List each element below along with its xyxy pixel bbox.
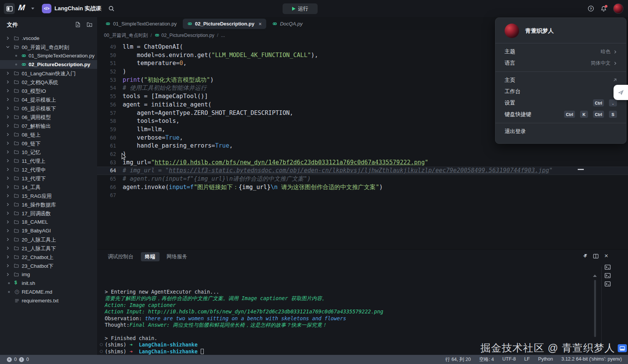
tree-item[interactable]: 07_解析输出 [0, 121, 97, 130]
problems-status[interactable]: × 0 ! 0 [0, 357, 29, 362]
breadcrumb-item[interactable]: 02_PictureDescription.py [155, 33, 214, 38]
folder-icon [14, 97, 19, 102]
help-button[interactable]: ? [588, 5, 594, 12]
new-folder-icon [86, 22, 93, 27]
shortcut-key: S [609, 111, 617, 118]
logo-chevron-down-icon[interactable] [31, 8, 34, 10]
editor-tab[interactable]: DocQA.py [268, 19, 307, 29]
new-file-button[interactable] [75, 22, 81, 27]
panel-layout-button[interactable] [618, 344, 627, 352]
python-file-icon [21, 53, 26, 58]
tree-item[interactable]: 19_BabyAGI [0, 226, 97, 235]
tree-item[interactable]: 01_SimpleTextGeneration.py [0, 51, 97, 60]
tree-item[interactable]: ?README.md [0, 288, 97, 296]
chevron-right-icon [6, 89, 10, 92]
tree-item[interactable]: 21_人脉工具下 [0, 244, 97, 253]
panel-layout-icon [620, 346, 625, 351]
tree-item[interactable]: 08_链上 [0, 130, 97, 139]
menu-item[interactable]: 语言简体中文 [495, 57, 626, 69]
tree-item[interactable]: requirements.txt [0, 296, 97, 305]
tree-item[interactable]: 10_记忆 [0, 148, 97, 156]
tree-item[interactable]: 16_操作数据库 [0, 200, 97, 209]
status-item[interactable]: 空格: 4 [479, 356, 494, 363]
command-decoration [100, 343, 103, 346]
tree-item-label: 03_模型IO [22, 88, 46, 95]
terminal-line: Thought:Final Answer: 两位女性与骷髅和鲜花同坐长椅，这是怎… [105, 322, 594, 328]
new-folder-button[interactable] [86, 22, 93, 27]
tree-item[interactable]: 04_提示模板上 [0, 95, 97, 104]
folder-icon [14, 71, 19, 76]
tree-item[interactable]: 02_文档QA系统 [0, 78, 97, 86]
code-text: ) [123, 150, 628, 159]
tree-item[interactable]: 12_代理中 [0, 165, 97, 174]
menu-item[interactable]: 主题暗色 [495, 46, 626, 57]
menu-item[interactable]: 键盘快捷键CtrlKCtrlS [495, 109, 626, 120]
editor-tab[interactable]: 02_PictureDescription.py× [183, 19, 266, 29]
tree-item[interactable]: 01_LangChain快速入门 [0, 69, 97, 78]
terminal-instance-button[interactable] [604, 272, 611, 279]
menu-item[interactable]: 设置Ctrl. [495, 97, 626, 109]
menu-item-label: 主题 [505, 48, 515, 55]
status-item[interactable]: LF [524, 356, 530, 363]
panel-tab[interactable]: 网络服务 [163, 252, 192, 261]
ai-assistant-button[interactable] [614, 85, 628, 100]
line-number: 62 [97, 150, 116, 159]
status-item[interactable]: UTF-8 [502, 356, 516, 363]
line-number: 65 [97, 175, 116, 183]
terminal-instance-button[interactable] [604, 281, 611, 287]
tree-item[interactable]: 03_模型IO [0, 86, 97, 95]
menu-item-right: CtrlKCtrlS [562, 111, 617, 118]
tree-item[interactable]: 02_PictureDescription.py [0, 60, 97, 69]
terminal-instance-button[interactable] [604, 264, 611, 270]
tree-item[interactable]: img [0, 270, 97, 279]
tree-item[interactable]: 14_工具 [0, 183, 97, 191]
panel-tab[interactable]: 终端 [141, 252, 160, 261]
tree-item[interactable]: 23_Chatbot下 [0, 261, 97, 270]
editor-tab[interactable]: 01_SimpleTextGeneration.py [101, 19, 181, 29]
tree-item[interactable]: 06_调用模型 [0, 113, 97, 121]
menu-item[interactable]: 工作台 [495, 86, 626, 97]
breadcrumb-item[interactable]: 00_开篇词_奇点时刻 [104, 32, 148, 39]
menu-item[interactable]: 退出登录 [495, 126, 626, 137]
status-item[interactable]: Python [538, 356, 553, 363]
close-icon[interactable]: × [259, 21, 262, 27]
folder-icon [14, 88, 19, 93]
tree-item[interactable]: 05_提示模板下 [0, 104, 97, 113]
tree-item[interactable]: 13_代理下 [0, 174, 97, 183]
tree-item[interactable]: 11_代理上 [0, 156, 97, 165]
chevron-right-icon [6, 220, 10, 224]
notifications-button[interactable] [601, 6, 607, 12]
tab-label: 01_SimpleTextGeneration.py [113, 21, 177, 27]
status-item[interactable]: 3.12.2 64-bit ('shims': pyenv) [561, 356, 622, 363]
chevron-right-icon [6, 255, 10, 259]
panel-tab[interactable]: 调试控制台 [104, 252, 138, 261]
split-terminal-button[interactable] [593, 253, 599, 259]
status-item[interactable]: 行 64, 列 20 [445, 356, 471, 363]
menu-item[interactable]: 主页 [495, 75, 626, 86]
code-line: 64# img_url = "https://lf3-static.bytedn… [97, 167, 628, 175]
tree-item-label: 05_提示模板下 [22, 105, 56, 112]
tree-item[interactable]: 09_链下 [0, 139, 97, 148]
marscode-logo[interactable]: M [18, 3, 25, 12]
new-terminal-button[interactable]: + [583, 253, 587, 259]
tree-item[interactable]: 18_CAMEL [0, 218, 97, 226]
tree-item-label: 20_人脉工具上 [22, 237, 56, 243]
tree-item[interactable]: 00_开篇词_奇点时刻 [0, 43, 97, 51]
project-chevron-down-icon[interactable] [93, 8, 96, 10]
terminal-scrollbar[interactable] [594, 280, 596, 337]
tree-item[interactable]: 22_Chatbot上 [0, 253, 97, 261]
tree-item[interactable]: 17_回调函数 [0, 209, 97, 218]
run-button[interactable]: 运行 [283, 3, 318, 14]
tree-item[interactable]: .vscode [0, 34, 97, 43]
user-avatar[interactable] [613, 3, 623, 14]
search-button[interactable] [108, 5, 115, 12]
chevron-right-icon [6, 273, 10, 276]
breadcrumb-item[interactable]: ... [221, 33, 225, 38]
sidebar-toggle-button[interactable] [4, 3, 15, 14]
tree-item[interactable]: 20_人脉工具上 [0, 235, 97, 244]
line-number: 52 [97, 68, 116, 76]
project-code-icon: </> [42, 4, 51, 13]
tree-item[interactable]: $init.sh [0, 279, 97, 288]
close-panel-button[interactable]: × [604, 253, 608, 259]
tree-item[interactable]: 15_RAG应用 [0, 191, 97, 200]
